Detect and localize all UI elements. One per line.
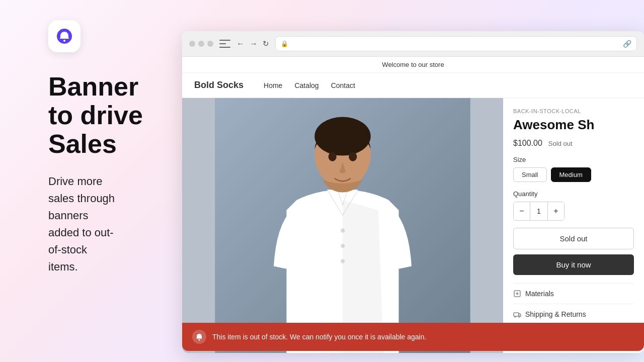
svg-point-11	[349, 152, 357, 161]
headline: Banner to drive Sales	[48, 72, 181, 159]
svg-point-14	[515, 316, 516, 318]
nav-home[interactable]: Home	[264, 81, 282, 89]
shipping-label: Shipping & Returns	[525, 310, 634, 318]
product-image-area	[182, 98, 503, 353]
quantity-row: − 1 +	[513, 202, 634, 221]
nav-contact[interactable]: Contact	[331, 81, 355, 89]
price-row: $100.00 Sold out	[513, 139, 634, 148]
size-label: Size	[513, 156, 634, 163]
back-button[interactable]: ←	[236, 39, 245, 48]
store-logo: Bold Socks	[194, 80, 244, 90]
notification-bar: This item is out of stock. We can notify…	[182, 323, 644, 351]
store-banner: Welcome to our store	[182, 57, 644, 73]
store-nav: Bold Socks Home Catalog Contact	[182, 73, 644, 98]
size-medium[interactable]: Medium	[551, 167, 591, 182]
sidebar-toggle[interactable]	[219, 40, 230, 48]
lock-icon: 🔒	[281, 40, 288, 47]
forward-button[interactable]: →	[250, 39, 258, 48]
store-content: BACK-IN-STOCK·LOCAL Awesome Sh $100.00 S…	[182, 98, 644, 353]
materials-label: Materials	[525, 290, 634, 298]
subtext: Drive more sales through banners added t…	[48, 173, 181, 276]
traffic-light-maximize[interactable]	[207, 41, 213, 47]
svg-point-10	[329, 152, 337, 161]
browser-chrome: ← → ↻ 🔒 🔗	[182, 31, 644, 57]
quantity-decrease[interactable]: −	[514, 202, 530, 220]
product-photo	[182, 98, 503, 353]
materials-icon	[513, 290, 521, 298]
traffic-light-close[interactable]	[189, 41, 195, 47]
browser-window: ← → ↻ 🔒 🔗 Welcome to our store Bold Sock…	[182, 31, 644, 353]
app-icon	[48, 20, 80, 52]
svg-point-1	[63, 40, 65, 42]
nav-catalog[interactable]: Catalog	[294, 81, 318, 89]
quantity-control: − 1 +	[513, 202, 565, 221]
sold-out-badge: Sold out	[548, 140, 573, 147]
svg-point-16	[199, 339, 200, 341]
refresh-button[interactable]: ↻	[263, 39, 269, 48]
traffic-light-minimize[interactable]	[198, 41, 204, 47]
link-icon: 🔗	[623, 40, 631, 48]
svg-rect-13	[514, 313, 519, 316]
accordion-materials[interactable]: Materials	[513, 283, 634, 304]
product-price: $100.00	[513, 139, 542, 148]
address-bar[interactable]: 🔒 🔗	[275, 36, 637, 51]
sold-out-button: Sold out	[513, 228, 634, 249]
quantity-increase[interactable]: +	[548, 202, 564, 220]
bell-icon	[56, 28, 72, 44]
product-tag: BACK-IN-STOCK·LOCAL	[513, 108, 634, 114]
size-options: Small Medium	[513, 167, 634, 182]
notification-text: This item is out of stock. We can notify…	[212, 333, 426, 341]
nav-controls: ← → ↻	[236, 39, 269, 48]
svg-point-15	[519, 316, 520, 318]
size-small[interactable]: Small	[513, 167, 547, 182]
nav-links: Home Catalog Contact	[264, 81, 355, 89]
quantity-label: Quantity	[513, 190, 634, 198]
shipping-icon	[513, 310, 521, 318]
traffic-lights	[189, 41, 213, 47]
accordion-shipping[interactable]: Shipping & Returns	[513, 304, 634, 324]
quantity-value: 1	[530, 202, 548, 220]
product-details: BACK-IN-STOCK·LOCAL Awesome Sh $100.00 S…	[503, 98, 644, 353]
left-panel: Banner to drive Sales Drive more sales t…	[0, 0, 181, 362]
notification-bell-icon	[192, 330, 206, 344]
buy-now-button[interactable]: Buy it now	[513, 254, 634, 275]
product-title: Awesome Sh	[513, 117, 634, 133]
